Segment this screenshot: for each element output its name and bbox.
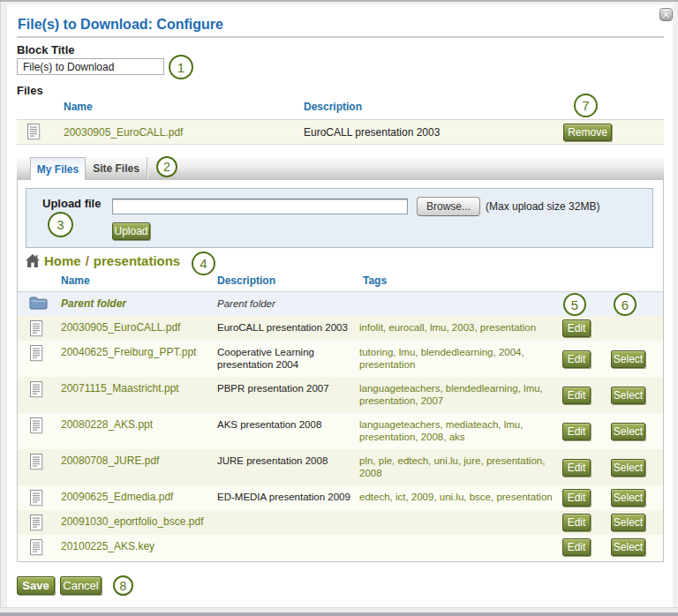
file-name-link[interactable]: 20091030_eportfolio_bsce.pdf (61, 515, 203, 528)
edit-button[interactable]: Edit (562, 459, 591, 477)
tag-link[interactable]: languageteachers (359, 383, 440, 394)
tag-link[interactable]: presentation (496, 492, 552, 502)
select-button[interactable]: Select (611, 387, 645, 404)
select-button[interactable]: Select (611, 489, 645, 507)
tag-link[interactable]: 2004 (499, 347, 522, 357)
tag-link[interactable]: presentation (359, 395, 415, 406)
tag-link[interactable]: aks (449, 432, 465, 442)
selected-file-name-link[interactable]: 20030905_EuroCALL.pdf (64, 126, 183, 139)
tab-my-files[interactable]: My Files (30, 157, 86, 180)
save-button[interactable]: Save (17, 576, 55, 595)
tag-link[interactable]: eurocall (388, 322, 424, 333)
cancel-button[interactable]: Cancel (60, 576, 102, 595)
tag-link[interactable]: lmu (504, 419, 521, 430)
callout-6: 6 (614, 293, 637, 316)
file-icon (29, 344, 44, 363)
edit-button[interactable]: Edit (562, 387, 591, 404)
file-description: Cooperative Learning presentation 2004 (217, 347, 314, 370)
select-button[interactable]: Select (611, 350, 645, 368)
file-description: JURE presentation 2008 (217, 455, 328, 466)
callout-7: 7 (574, 94, 598, 117)
edit-button[interactable]: Edit (562, 489, 591, 507)
select-button[interactable]: Select (611, 538, 645, 556)
file-list-icon-header (18, 270, 54, 292)
callout-1: 1 (169, 55, 193, 79)
edit-button[interactable]: Edit (562, 319, 591, 337)
tag-link[interactable]: ict (396, 492, 406, 502)
tag-link[interactable]: 2003 (452, 322, 475, 333)
file-name-link[interactable]: 20040625_Freiburg_PPT.ppt (61, 346, 196, 358)
tag-link[interactable]: 2007 (421, 395, 444, 406)
file-name-link[interactable]: 20090625_Edmedia.pdf (61, 491, 173, 503)
file-tags: edtech, ict, 2009, uni.lu, bsce, present… (356, 485, 562, 510)
selected-file-row: 20030905_EuroCALL.pdfEuroCALL presentati… (17, 120, 664, 145)
tag-link[interactable]: 2008 (421, 432, 444, 442)
tag-link[interactable]: tutoring (359, 347, 393, 357)
tag-link[interactable]: jure (463, 455, 480, 466)
tag-link[interactable]: lmu (524, 383, 540, 394)
tag-link[interactable]: presentation (359, 432, 415, 442)
upload-file-input[interactable] (112, 199, 408, 214)
breadcrumb: Home / presentations (26, 253, 180, 268)
file-list-select-header (604, 270, 663, 292)
tab-site-files[interactable]: Site Files (86, 157, 147, 179)
window-left-edge (0, 2, 1, 616)
tag-link[interactable]: lmu (430, 322, 447, 333)
file-row: 20100225_AKS.keyEditSelect (18, 535, 663, 560)
tag-link[interactable]: presentation (480, 322, 536, 333)
file-tags: tutoring, lmu, blendedlearning, 2004, pr… (356, 341, 562, 377)
window-statusbar (0, 612, 678, 616)
breadcrumb-current-link[interactable]: presentations (94, 253, 180, 268)
callout-5: 5 (563, 293, 586, 316)
tag-link[interactable]: pln (359, 455, 373, 466)
tag-link[interactable]: blendedlearning (421, 347, 493, 357)
file-row: 20080228_AKS.pptAKS presentation 2008lan… (18, 413, 663, 449)
remove-button[interactable]: Remove (563, 124, 612, 141)
tag-link[interactable]: bsce (470, 492, 491, 502)
tag-link[interactable]: presentation (359, 359, 415, 370)
edit-button[interactable]: Edit (562, 514, 591, 531)
file-name-link[interactable]: 20080228_AKS.ppt (61, 418, 153, 431)
block-title-input[interactable] (17, 58, 164, 75)
upload-button[interactable]: Upload (112, 222, 150, 240)
close-button[interactable] (659, 8, 673, 21)
tag-link[interactable]: edtech (398, 455, 429, 466)
tag-link[interactable]: ple (379, 455, 392, 466)
select-button[interactable]: Select (611, 459, 645, 477)
file-tags: pln, ple, edtech, uni.lu, jure, presenta… (356, 449, 562, 485)
file-name-link[interactable]: 20030905_EuroCALL.pdf (61, 321, 180, 334)
browse-button[interactable]: Browse... (417, 197, 480, 216)
file-row: 20030905_EuroCALL.pdfEuroCALL presentati… (18, 316, 663, 341)
tag-link[interactable]: uni.lu (440, 492, 464, 502)
title-divider (17, 36, 664, 38)
file-icon (29, 538, 44, 557)
tag-link[interactable]: lmu (399, 347, 416, 357)
tag-link[interactable]: presentation (486, 455, 542, 466)
select-button[interactable]: Select (611, 514, 645, 531)
tag-link[interactable]: mediateach (446, 419, 498, 430)
upload-file-label: Upload file (42, 197, 101, 210)
file-icon (29, 514, 44, 532)
file-name-link[interactable]: 20100225_AKS.key (61, 540, 154, 552)
file-icon (29, 417, 44, 435)
tag-link[interactable]: edtech (359, 492, 390, 502)
selected-files-description-header: Description (297, 95, 561, 120)
edit-button[interactable]: Edit (562, 350, 591, 368)
callout-3: 3 (48, 212, 73, 237)
breadcrumb-home-link[interactable]: Home (44, 253, 81, 268)
tag-link[interactable]: infolit (359, 322, 383, 333)
tag-link[interactable]: languageteachers (359, 419, 440, 430)
file-icon (29, 319, 44, 338)
edit-button[interactable]: Edit (562, 423, 591, 440)
file-description: PBPR presentation 2007 (217, 383, 329, 394)
tag-link[interactable]: blendedlearning (446, 383, 518, 394)
file-name-link[interactable]: 20080708_JURE.pdf (61, 454, 159, 467)
edit-button[interactable]: Edit (562, 538, 591, 556)
tag-link[interactable]: uni.lu (433, 455, 458, 466)
callout-8: 8 (113, 575, 133, 596)
parent-folder-link[interactable]: Parent folder (61, 297, 126, 310)
tag-link[interactable]: 2008 (359, 468, 382, 478)
tag-link[interactable]: 2009 (411, 492, 434, 502)
select-button[interactable]: Select (611, 423, 645, 440)
file-name-link[interactable]: 20071115_Maastricht.ppt (61, 382, 179, 394)
